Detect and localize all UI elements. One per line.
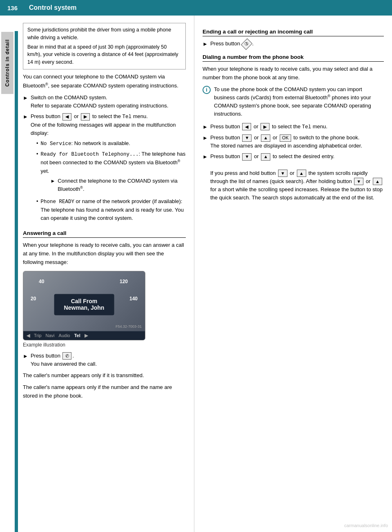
arrow-icon-end: ►: [203, 40, 208, 48]
btn-down-hold: ▼: [278, 170, 287, 177]
arrow-icon-1: ►: [23, 94, 28, 102]
dial-text-1: Press button ◀ or ▶ to select the Tel me…: [210, 123, 327, 131]
page-header: 136 Control system: [0, 0, 392, 16]
illus-speed-120: 120: [120, 279, 128, 284]
btn-phone-answer: ✆: [62, 352, 71, 360]
illus-menu-items: ◀ Trip Navi Audio Tel ▶: [23, 331, 145, 340]
msg-no-service: • No Service: No network is available.: [36, 139, 186, 148]
arrow-dial-1: ►: [203, 123, 208, 131]
msg-no-service-text: No Service: No network is available.: [40, 139, 130, 148]
sidebar-tab: Controls in detail: [0, 16, 15, 532]
dialing-instructions: ► Press button ◀ or ▶ to select the Tel …: [203, 123, 384, 202]
sub-connect: ► Connect the telephone to the COMAND sy…: [40, 177, 186, 194]
connect-text: Connect the telephone to the COMAND syst…: [58, 177, 186, 194]
illus-item-audio: Audio: [59, 333, 70, 338]
bullet-1: •: [36, 139, 38, 148]
content-wrapper: Some jurisdictions prohibit the driver f…: [15, 16, 392, 532]
end-text: Press button ✆.: [210, 40, 254, 48]
illus-speed-140: 140: [129, 296, 138, 302]
warning-text-1: Some jurisdictions prohibit the driver f…: [27, 26, 181, 42]
answering-heading: Answering a call: [23, 230, 186, 238]
instruction-press-answer: ► Press button ✆. You have answered the …: [23, 352, 186, 368]
arrow-icon-3: ►: [23, 352, 28, 360]
dialing-heading: Dialing a number from the phone book: [203, 54, 384, 62]
msg-phone-ready: • Phone READY or name of the network pro…: [36, 197, 186, 223]
page-title: Control system: [25, 4, 76, 11]
sub-messages: • No Service: No network is available. •…: [31, 139, 186, 223]
page-number: 136: [0, 0, 25, 16]
btn-dial-left: ◀: [242, 123, 251, 130]
caller-name-text: The caller's name appears only if the nu…: [23, 383, 186, 400]
intro-text: You can connect your telephone to the CO…: [23, 73, 186, 90]
arrow-dial-3: ►: [203, 153, 208, 161]
illus-btn-left: ◀: [27, 333, 30, 338]
instruction-text-1: Switch on the COMAND system. Refer to se…: [31, 94, 168, 110]
illus-item-tel: Tel: [74, 333, 80, 338]
watermark: carmanualsonline.info: [344, 523, 388, 528]
answer-instructions: ► Press button ✆. You have answered the …: [23, 352, 186, 368]
connect-instruction: ► Connect the telephone to the COMAND sy…: [50, 177, 186, 194]
left-column: Some jurisdictions prohibit the driver f…: [15, 16, 194, 532]
btn-ok-1: OK: [280, 134, 291, 142]
instruction-switch-on: ► Switch on the COMAND system. Refer to …: [23, 94, 186, 110]
answer-text: Press button ✆. You have answered the ca…: [31, 352, 97, 368]
answering-intro: When your telephone is ready to receive …: [23, 241, 186, 266]
msg-ready-bluetooth: • Ready for Bluetooth Telephony...: The …: [36, 150, 186, 195]
arrow-dial-2: ►: [203, 134, 208, 142]
info-icon: i: [203, 86, 211, 94]
illus-call-display: Call From Newman, John: [54, 294, 114, 315]
info-text: To use the phone book of the COMAND syst…: [214, 85, 384, 118]
illus-item-navi: Navi: [46, 333, 55, 338]
page-body: Controls in detail Some jurisdictions pr…: [0, 16, 392, 532]
btn-up-hold: ▲: [297, 170, 306, 177]
ending-instructions: ► Press button ✆.: [203, 40, 384, 48]
msg-ready-bluetooth-text: Ready for Bluetooth Telephony...: The te…: [40, 150, 186, 195]
illus-speed-20: 20: [31, 296, 36, 302]
illus-call-title: Call From: [64, 298, 105, 304]
warning-box-1: Some jurisdictions prohibit the driver f…: [23, 23, 186, 69]
msg-phone-ready-text: Phone READY or name of the network provi…: [40, 197, 186, 223]
btn-down-hold-2: ▼: [354, 178, 363, 185]
bullet-3: •: [36, 197, 38, 206]
illus-menu-bar: ◀ Trip Navi Audio Tel ▶: [23, 331, 145, 340]
tel-mono-1: Tel: [122, 114, 132, 120]
illus-call-name: Newman, John: [64, 304, 105, 311]
btn-dial-right: ▶: [261, 123, 270, 130]
warning-text-2: Bear in mind that at a speed of just 30 …: [27, 43, 181, 66]
btn-phone-end: ✆: [241, 38, 252, 49]
instruction-press-end: ► Press button ✆.: [203, 40, 384, 48]
illustration-box: 40 120 20 140 Call From Newman, John ◀ T…: [23, 271, 145, 340]
arrow-icon-2: ►: [23, 113, 28, 121]
dial-instruction-1: ► Press button ◀ or ▶ to select the Tel …: [203, 123, 384, 131]
dialing-intro: When your telephone is ready to receive …: [203, 65, 384, 82]
caller-number-text: The caller's number appears only if it i…: [23, 371, 186, 380]
right-column: Ending a call or rejecting an incoming c…: [194, 16, 392, 532]
arrow-icon-sub: ►: [50, 177, 55, 185]
illus-item-trip: Trip: [34, 333, 42, 338]
info-box: i To use the phone book of the COMAND sy…: [203, 85, 384, 118]
instruction-press-button-1: ► Press button ◀ or ▶ to select the Tel …: [23, 112, 186, 224]
bullet-2: •: [36, 150, 38, 158]
btn-left-1: ◀: [62, 113, 71, 121]
illus-speed-40: 40: [39, 279, 44, 284]
illus-btn-right: ▶: [85, 333, 88, 338]
btn-up-2: ▲: [261, 153, 270, 161]
btn-up-1: ▲: [261, 134, 270, 142]
illustration-caption: Example illustration: [23, 342, 186, 348]
dial-instruction-3: ► Press button ▼ or ▲ to select the desi…: [203, 152, 384, 202]
btn-down-2: ▼: [242, 153, 252, 161]
btn-down-1: ▼: [242, 134, 252, 142]
illus-copyright: F54.32-7003-31: [116, 324, 142, 329]
btn-right-1: ▶: [81, 113, 90, 121]
dial-text-3: Press button ▼ or ▲ to select the desire…: [210, 152, 384, 202]
instruction-text-2: Press button ◀ or ▶ to select the Tel me…: [31, 112, 186, 224]
dial-text-2: Press button ▼ or ▲ or OK to switch to t…: [210, 134, 362, 150]
ending-heading: Ending a call or rejecting an incoming c…: [203, 29, 384, 36]
left-instructions: ► Switch on the COMAND system. Refer to …: [23, 94, 186, 225]
btn-up-hold-2: ▲: [373, 178, 382, 185]
tel-mono-2: Tel: [302, 124, 312, 130]
sidebar-label: Controls in detail: [1, 32, 13, 94]
dial-instruction-2: ► Press button ▼ or ▲ or OK to switch to…: [203, 134, 384, 150]
